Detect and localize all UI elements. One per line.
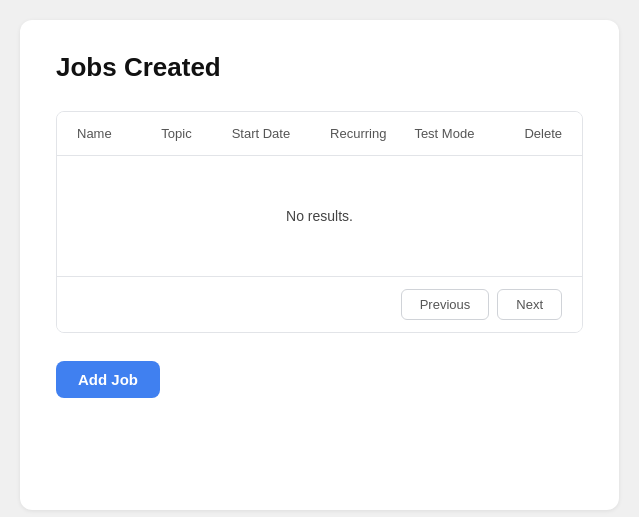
column-header-delete: Delete <box>506 126 562 141</box>
main-card: Jobs Created Name Topic Start Date Recur… <box>20 20 619 510</box>
empty-message: No results. <box>286 176 353 256</box>
previous-button[interactable]: Previous <box>401 289 490 320</box>
jobs-table: Name Topic Start Date Recurring Test Mod… <box>56 111 583 333</box>
column-header-name: Name <box>77 126 161 141</box>
next-button[interactable]: Next <box>497 289 562 320</box>
page-title: Jobs Created <box>56 52 583 83</box>
table-footer: Previous Next <box>57 276 582 332</box>
table-header-row: Name Topic Start Date Recurring Test Mod… <box>57 112 582 156</box>
column-header-topic: Topic <box>161 126 231 141</box>
column-header-recurring: Recurring <box>330 126 414 141</box>
add-job-button[interactable]: Add Job <box>56 361 160 398</box>
column-header-test-mode: Test Mode <box>414 126 505 141</box>
column-header-start-date: Start Date <box>232 126 330 141</box>
table-body: No results. <box>57 156 582 276</box>
